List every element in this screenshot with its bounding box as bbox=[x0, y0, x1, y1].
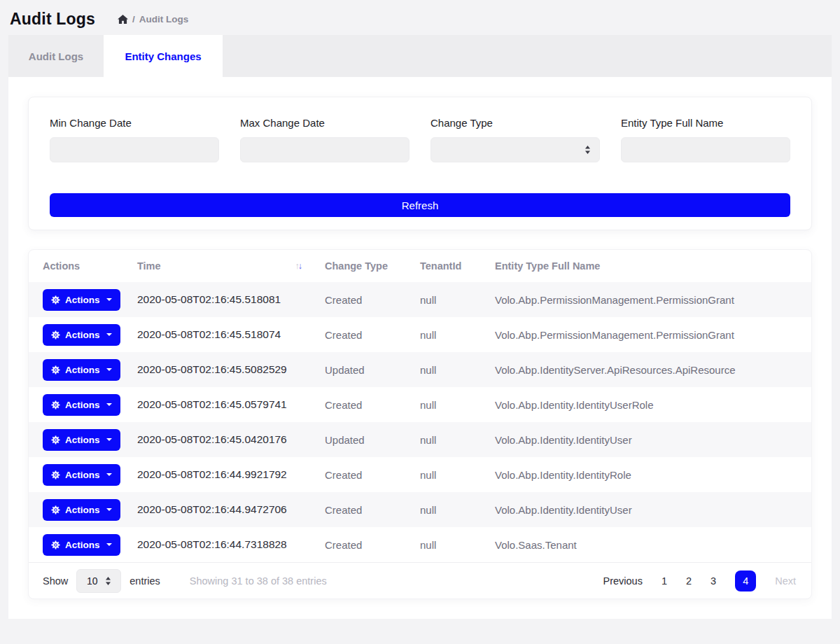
entity-type-cell: Volo.Abp.Identity.IdentityRole bbox=[488, 457, 811, 492]
sort-icon[interactable]: ↑↓ bbox=[295, 261, 302, 271]
row-actions-button[interactable]: Actions bbox=[43, 499, 120, 521]
entity-type-cell: Volo.Abp.Identity.IdentityUser bbox=[488, 422, 811, 457]
max-change-date-input[interactable] bbox=[240, 137, 410, 162]
tab-audit-logs[interactable]: Audit Logs bbox=[8, 35, 104, 77]
time-cell: 2020-05-08T02:16:45.0420176 bbox=[130, 422, 318, 457]
column-header-change-type[interactable]: Change Type bbox=[318, 250, 413, 282]
page-size-select[interactable]: 10 bbox=[76, 569, 121, 593]
caret-down-icon bbox=[106, 508, 112, 511]
row-actions-label: Actions bbox=[65, 470, 100, 480]
table-row: Actions 2020-05-08T02:16:45.518081 Creat… bbox=[29, 282, 811, 317]
row-actions-button[interactable]: Actions bbox=[43, 464, 120, 486]
table-row: Actions 2020-05-08T02:16:45.0579741 Crea… bbox=[29, 387, 811, 422]
change-type-cell: Created bbox=[318, 282, 413, 317]
actions-cell: Actions bbox=[29, 352, 130, 387]
filter-card: Min Change Date Max Change Date Change T… bbox=[28, 97, 812, 230]
filter-row: Min Change Date Max Change Date Change T… bbox=[50, 117, 790, 162]
caret-down-icon bbox=[106, 333, 112, 336]
min-change-date-label: Min Change Date bbox=[50, 117, 219, 129]
min-change-date-input[interactable] bbox=[50, 137, 219, 162]
row-actions-label: Actions bbox=[65, 505, 100, 515]
pagination-page-4[interactable]: 4 bbox=[735, 570, 756, 592]
tenantid-cell: null bbox=[413, 352, 488, 387]
time-cell: 2020-05-08T02:16:44.9921792 bbox=[130, 457, 318, 492]
entity-type-cell: Volo.Abp.IdentityServer.ApiResources.Api… bbox=[488, 352, 811, 387]
table-card: Actions Time ↑↓ Change Type TenantId Ent… bbox=[28, 249, 812, 599]
gear-icon bbox=[51, 435, 60, 444]
pagination-page-2[interactable]: 2 bbox=[686, 575, 692, 587]
select-arrows-icon bbox=[584, 146, 591, 154]
column-header-actions: Actions bbox=[29, 250, 130, 282]
caret-down-icon bbox=[106, 298, 112, 301]
tab-entity-changes[interactable]: Entity Changes bbox=[104, 35, 223, 77]
page-header: Audit Logs / Audit Logs bbox=[0, 0, 840, 35]
time-cell: 2020-05-08T02:16:44.9472706 bbox=[130, 492, 318, 527]
row-actions-label: Actions bbox=[65, 365, 100, 375]
pagination-pages: 1234 bbox=[662, 570, 756, 592]
entity-changes-table: Actions Time ↑↓ Change Type TenantId Ent… bbox=[29, 250, 811, 562]
row-actions-label: Actions bbox=[65, 400, 100, 410]
table-row: Actions 2020-05-08T02:16:45.518074 Creat… bbox=[29, 317, 811, 352]
time-cell: 2020-05-08T02:16:45.518074 bbox=[130, 317, 318, 352]
change-type-select[interactable] bbox=[430, 137, 600, 162]
change-type-cell: Created bbox=[318, 457, 413, 492]
entity-type-cell: Volo.Saas.Tenant bbox=[488, 527, 811, 562]
table-row: Actions 2020-05-08T02:16:44.9921792 Crea… bbox=[29, 457, 811, 492]
actions-cell: Actions bbox=[29, 527, 130, 562]
actions-cell: Actions bbox=[29, 457, 130, 492]
pagination-next[interactable]: Next bbox=[775, 575, 796, 587]
gear-icon bbox=[51, 400, 60, 410]
pagination-page-1[interactable]: 1 bbox=[662, 575, 667, 587]
pagination-page-3[interactable]: 3 bbox=[710, 575, 716, 587]
row-actions-button[interactable]: Actions bbox=[43, 359, 120, 381]
column-header-time[interactable]: Time ↑↓ bbox=[130, 250, 318, 282]
refresh-button[interactable]: Refresh bbox=[50, 193, 790, 217]
breadcrumb-separator: / bbox=[132, 14, 135, 24]
home-icon[interactable] bbox=[118, 15, 128, 24]
actions-cell: Actions bbox=[29, 317, 130, 352]
table-row: Actions 2020-05-08T02:16:45.0420176 Upda… bbox=[29, 422, 811, 457]
tenantid-cell: null bbox=[413, 492, 488, 527]
actions-cell: Actions bbox=[29, 282, 130, 317]
sort-desc-icon: ↓ bbox=[298, 261, 301, 271]
row-actions-button[interactable]: Actions bbox=[43, 289, 120, 311]
breadcrumb: / Audit Logs bbox=[118, 14, 188, 24]
gear-icon bbox=[51, 295, 60, 304]
page: Audit Logs / Audit Logs Audit Logs Entit… bbox=[0, 0, 840, 619]
column-header-entity-type-full-name[interactable]: Entity Type Full Name bbox=[488, 250, 811, 282]
entity-type-cell: Volo.Abp.Identity.IdentityUserRole bbox=[488, 387, 811, 422]
field-entity-type-full-name: Entity Type Full Name bbox=[621, 117, 790, 162]
table-row: Actions 2020-05-08T02:16:44.9472706 Crea… bbox=[29, 492, 811, 527]
tenantid-cell: null bbox=[413, 387, 488, 422]
row-actions-button[interactable]: Actions bbox=[43, 394, 120, 416]
max-change-date-label: Max Change Date bbox=[240, 117, 410, 129]
row-actions-label: Actions bbox=[65, 295, 100, 305]
caret-down-icon bbox=[106, 543, 112, 546]
row-actions-label: Actions bbox=[65, 540, 100, 550]
change-type-cell: Created bbox=[318, 317, 413, 352]
change-type-cell: Updated bbox=[318, 352, 413, 387]
table-row: Actions 2020-05-08T02:16:45.5082529 Upda… bbox=[29, 352, 811, 387]
change-type-cell: Created bbox=[318, 387, 413, 422]
pagination-previous[interactable]: Previous bbox=[603, 575, 643, 587]
column-header-tenantid[interactable]: TenantId bbox=[413, 250, 488, 282]
time-cell: 2020-05-08T02:16:45.5082529 bbox=[130, 352, 318, 387]
field-change-type: Change Type bbox=[430, 117, 600, 162]
gear-icon bbox=[51, 470, 60, 479]
row-actions-label: Actions bbox=[65, 435, 100, 445]
gear-icon bbox=[51, 330, 60, 340]
field-min-change-date: Min Change Date bbox=[50, 117, 219, 162]
caret-down-icon bbox=[106, 473, 112, 476]
change-type-cell: Created bbox=[318, 527, 413, 562]
row-actions-button[interactable]: Actions bbox=[43, 534, 120, 556]
row-actions-button[interactable]: Actions bbox=[43, 324, 120, 346]
change-type-cell: Updated bbox=[318, 422, 413, 457]
entries-summary: Showing 31 to 38 of 38 entries bbox=[190, 575, 327, 587]
entity-type-full-name-input[interactable] bbox=[621, 137, 790, 162]
table-header: Actions Time ↑↓ Change Type TenantId Ent… bbox=[29, 250, 811, 282]
tenantid-cell: null bbox=[413, 422, 488, 457]
tenantid-cell: null bbox=[413, 527, 488, 562]
table-header-row: Actions Time ↑↓ Change Type TenantId Ent… bbox=[29, 250, 811, 282]
row-actions-button[interactable]: Actions bbox=[43, 429, 120, 451]
row-actions-label: Actions bbox=[65, 330, 100, 340]
